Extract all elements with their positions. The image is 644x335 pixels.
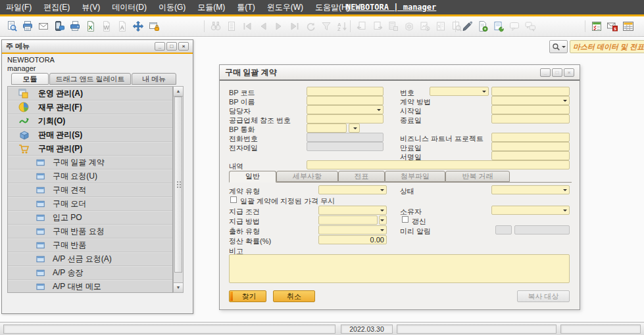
bp-name-input[interactable] xyxy=(307,96,384,105)
tab-recurring[interactable]: 반복 거래 xyxy=(445,171,510,182)
lock-screen-icon[interactable] xyxy=(147,20,161,33)
scrollbar-thumb[interactable] xyxy=(174,97,182,273)
messages-alert-icon[interactable]: s xyxy=(606,20,619,33)
sidebar-module-financials[interactable]: 재무 관리(F) xyxy=(8,100,172,114)
contact-person-select[interactable] xyxy=(307,105,384,114)
menu-edit[interactable]: 편집(E) xyxy=(37,0,76,14)
menu-file[interactable]: 파일(F) xyxy=(0,0,37,14)
sidebar-item-purchase-request[interactable]: 구매 요청(U) xyxy=(8,169,172,183)
window-icon xyxy=(36,171,46,181)
cancel-button[interactable]: 취소 xyxy=(273,290,315,302)
description-input[interactable] xyxy=(307,160,570,169)
form-maximize-icon[interactable]: □ xyxy=(552,68,562,77)
checklist-icon[interactable] xyxy=(590,20,603,33)
menu-scrollbar[interactable]: ▲ ▼ xyxy=(173,86,184,293)
start-date-input[interactable] xyxy=(491,105,570,114)
first-record-icon xyxy=(241,20,254,33)
menu-data[interactable]: 데이터(D) xyxy=(106,0,153,14)
ignore-prices-checkbox[interactable] xyxy=(230,196,237,203)
window-icon xyxy=(36,185,46,195)
end-date-input[interactable] xyxy=(491,114,570,123)
sidebar-module-purchasing[interactable]: 구매 관리(P) xyxy=(8,142,172,156)
tab-details[interactable]: 세부사항 xyxy=(276,171,338,182)
contact-person-label: 담당자 xyxy=(229,106,251,116)
termination-date-input[interactable] xyxy=(491,142,570,151)
tab-attachments[interactable]: 첨부파일 xyxy=(385,171,445,182)
signing-date-input[interactable] xyxy=(491,151,570,160)
sms-icon[interactable] xyxy=(53,20,66,33)
sidebar-module-sales[interactable]: 판매 관리(S) xyxy=(8,128,172,142)
number-series-select[interactable] xyxy=(430,87,489,96)
menu-window[interactable]: 윈도우(W) xyxy=(261,0,309,14)
customization-tools-icon[interactable] xyxy=(492,20,505,33)
print-preview-icon[interactable] xyxy=(5,20,18,33)
tab-documents[interactable]: 전표 xyxy=(338,171,385,182)
application-window: 파일(F)편집(E)뷰(V)데이터(D)이동(G)모듈(M)툴(T)윈도우(W)… xyxy=(0,0,644,335)
shipping-type-select[interactable] xyxy=(318,225,387,234)
toolbar-separator xyxy=(585,20,585,32)
scroll-up-icon[interactable]: ▲ xyxy=(174,87,183,97)
agreement-type-select[interactable] xyxy=(318,185,387,194)
owner-select[interactable] xyxy=(491,206,570,215)
maximize-icon[interactable]: □ xyxy=(166,42,177,51)
menu-bar: 파일(F)편집(E)뷰(V)데이터(D)이동(G)모듈(M)툴(T)윈도우(W)… xyxy=(0,0,644,14)
fax-icon[interactable] xyxy=(68,20,82,33)
sidebar-module-operations[interactable]: 운영 관리(A) xyxy=(8,87,172,100)
supplier-ref-input[interactable] xyxy=(307,114,384,123)
form-close-icon[interactable]: × xyxy=(564,68,574,77)
bp-code-input[interactable] xyxy=(307,87,384,96)
sidebar-item-purchase-blanket-agreement[interactable]: 구매 일괄 계약 xyxy=(8,156,172,169)
toolbar-group-1: XWA xyxy=(5,20,161,33)
search-button[interactable] xyxy=(549,40,568,53)
sidebar-item-goods-return-request[interactable]: 구매 반품 요청 xyxy=(8,225,172,238)
status-select[interactable] xyxy=(491,185,570,194)
edit-pencil-icon[interactable] xyxy=(460,20,474,33)
payment-terms-select[interactable] xyxy=(318,206,387,215)
sidebar-module-sales-icon xyxy=(18,129,30,140)
tab-drag-and-relate[interactable]: 드래그 앤드 릴레이트 xyxy=(49,73,131,85)
main-menu-title-bar: 주 메뉴 _ □ × xyxy=(2,40,193,54)
close-icon[interactable]: × xyxy=(178,42,189,51)
sidebar-item-purchase-quotation[interactable]: 구매 견적 xyxy=(8,183,172,197)
settlement-probability-input[interactable]: 0.00 xyxy=(318,235,387,244)
print-icon[interactable] xyxy=(21,20,34,33)
menu-goto[interactable]: 이동(G) xyxy=(153,0,191,14)
export-excel-icon[interactable]: X xyxy=(84,20,97,33)
tab-modules[interactable]: 모듈 xyxy=(11,73,49,85)
tab-general[interactable]: 일반 xyxy=(229,171,276,183)
global-search-input[interactable] xyxy=(570,40,644,53)
sidebar-item-ap-invoice[interactable]: A/P 송장 xyxy=(8,266,172,280)
menu-view[interactable]: 뷰(V) xyxy=(76,0,106,14)
sidebar-item-ap-credit-memo[interactable]: A/P 대변 메모 xyxy=(8,280,172,293)
minimize-icon[interactable]: _ xyxy=(155,42,165,51)
last-record-icon xyxy=(288,20,301,33)
calendar-icon[interactable] xyxy=(622,20,635,33)
find-button[interactable]: 찾기 xyxy=(229,290,266,302)
payment-method-dropdown-button[interactable] xyxy=(379,215,387,225)
form-minimize-icon[interactable]: _ xyxy=(540,68,551,77)
sidebar-item-purchase-order[interactable]: 구매 오더 xyxy=(8,197,172,211)
bp-currency-dropdown-button[interactable] xyxy=(349,123,360,133)
sidebar-item-goods-return[interactable]: 구매 반품 xyxy=(8,238,172,252)
sidebar-item-goods-receipt-po[interactable]: 입고 PO xyxy=(8,211,172,225)
bp-currency-input[interactable] xyxy=(307,123,347,133)
remarks-textarea[interactable] xyxy=(229,254,570,283)
company-name: NEWBOTORA xyxy=(7,56,55,64)
filter-icon xyxy=(320,20,333,33)
window-icon xyxy=(36,268,46,278)
sidebar-module-purchasing-icon xyxy=(18,143,30,154)
bp-project-input[interactable] xyxy=(491,133,570,142)
sidebar-module-opportunities[interactable]: 기회(O) xyxy=(8,114,172,128)
renewal-checkbox[interactable] xyxy=(402,216,409,223)
email-icon[interactable] xyxy=(37,20,50,33)
number-input[interactable] xyxy=(491,87,570,96)
menu-modules[interactable]: 모듈(M) xyxy=(191,0,231,14)
agreement-method-select[interactable] xyxy=(491,96,570,105)
scroll-down-icon[interactable]: ▼ xyxy=(174,282,183,292)
launch-application-icon[interactable] xyxy=(132,20,145,33)
form-settings-icon[interactable] xyxy=(476,20,489,33)
payment-method-input[interactable] xyxy=(318,215,378,225)
tab-my-menu[interactable]: 내 메뉴 xyxy=(132,73,176,85)
sidebar-item-ap-down-payment-request[interactable]: A/P 선금 요청(A) xyxy=(8,252,172,266)
menu-tools[interactable]: 툴(T) xyxy=(231,0,260,14)
